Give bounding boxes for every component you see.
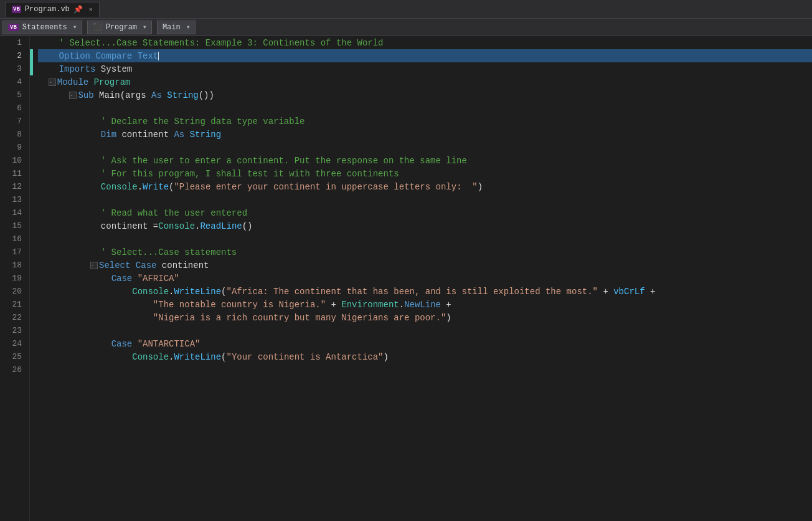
line-num-4: 4 — [5, 75, 22, 88]
nav-bar: VB Statements ▼ ⬛ Program ▼ Main ▼ — [0, 19, 812, 36]
line-num-18: 18 — [5, 259, 22, 272]
line1-text: ' Select...Case Statements: Example 3: C… — [38, 38, 384, 48]
compare-keyword: Compare — [95, 51, 132, 61]
rl-indent — [38, 221, 101, 231]
code-line-3: Imports System — [38, 62, 812, 75]
code-line-26 — [38, 363, 812, 376]
code-line-5: - Sub Main( args As String ()) — [38, 88, 812, 102]
case2-indent — [38, 339, 111, 349]
line10-comment: ' Ask the user to enter a continent. Put… — [38, 156, 467, 166]
wl2-concat2: + — [441, 300, 451, 310]
code-editor[interactable]: → ' Select...Case Statements: Example 3:… — [33, 36, 812, 521]
africa-string: "AFRICA" — [132, 274, 179, 284]
code-line-6 — [38, 102, 812, 115]
line-num-26: 26 — [5, 363, 22, 376]
wl4-paren1: ( — [221, 352, 226, 362]
case1-keyword: Case — [111, 274, 133, 284]
dim-keyword: Dim — [101, 130, 116, 140]
module-keyword — [38, 77, 49, 87]
line-num-9: 9 — [5, 141, 22, 154]
nigeria-string1: "The notable country is Nigeria." — [153, 300, 326, 310]
code-line-23 — [38, 324, 812, 337]
line-num-20: 20 — [5, 285, 22, 298]
wl1-concat2: + — [645, 287, 656, 297]
line-num-11: 11 — [5, 167, 22, 180]
line-num-5: 5 — [5, 88, 22, 102]
dot3: . — [169, 287, 174, 297]
line-num-6: 6 — [5, 102, 22, 115]
sub-collapse-btn[interactable]: - — [69, 92, 77, 99]
environment-class: Environment — [341, 300, 399, 310]
line-num-19: 19 — [5, 272, 22, 285]
code-line-11: ' For this program, I shall test it with… — [38, 167, 812, 180]
line-num-24: 24 — [5, 337, 22, 350]
console-class: Console — [101, 182, 138, 192]
console-class4: Console — [132, 352, 169, 362]
continent-var: continent — [116, 130, 174, 140]
pin-icon[interactable]: 📌 — [73, 5, 83, 14]
code-line-20: Console . WriteLine ( "Africa: The conti… — [38, 285, 812, 298]
dot2: . — [195, 221, 200, 231]
line-num-1: 1 — [5, 36, 22, 49]
select-collapse-btn[interactable]: - — [90, 262, 98, 269]
wl1-indent — [38, 287, 132, 297]
close-icon[interactable]: ✕ — [89, 6, 93, 13]
line-num-14: 14 — [5, 206, 22, 219]
program-nav-icon: ⬛ — [93, 22, 102, 32]
tab-label: Program.vb — [25, 5, 70, 14]
compare-text — [90, 51, 95, 61]
code-line-15: continent = Console . ReadLine () — [38, 219, 812, 232]
statements-arrow-icon: ▼ — [73, 24, 77, 30]
line-numbers: 1 2 3 4 5 6 7 8 9 10 11 12 13 14 15 16 1… — [0, 36, 30, 521]
wl2-concat1: + — [326, 300, 341, 310]
module-collapse-btn[interactable]: - — [49, 79, 56, 86]
program-label: Program — [106, 23, 137, 32]
option-keyword: Option — [38, 51, 90, 61]
line-num-7: 7 — [5, 115, 22, 128]
code-line-24: Case "ANTARCTICA" — [38, 337, 812, 350]
code-line-7: ' Declare the String data type variable — [38, 115, 812, 128]
line-num-15: 15 — [5, 219, 22, 232]
line14-comment: ' Read what the user entered — [38, 208, 247, 218]
title-bar: VB Program.vb 📌 ✕ — [0, 0, 812, 19]
wl1-concat: + — [598, 287, 613, 297]
writeline-method1: WriteLine — [174, 287, 221, 297]
code-line-21: "The notable country is Nigeria." + Envi… — [38, 298, 812, 311]
program-dropdown[interactable]: ⬛ Program ▼ — [87, 21, 152, 34]
code-line-10: ' Ask the user to enter a continent. Put… — [38, 154, 812, 167]
code-line-13 — [38, 193, 812, 206]
wl1-paren1: ( — [221, 287, 226, 297]
module-kw: Module — [57, 77, 88, 87]
line-num-22: 22 — [5, 311, 22, 324]
vb-statements-icon: VB — [8, 24, 19, 31]
main-dropdown[interactable]: Main ▼ — [157, 21, 196, 34]
code-line-19: Case "AFRICA" — [38, 272, 812, 285]
select-keyword: Select — [99, 260, 130, 270]
sub-end-paren: ()) — [199, 90, 214, 100]
cw-indent — [38, 182, 101, 192]
africa-string1: "Africa: The continent that has been, an… — [226, 287, 598, 297]
code-line-18: - Select Case continent — [38, 259, 812, 272]
wl3-paren: ) — [446, 313, 451, 323]
line-num-3: 3 — [5, 62, 22, 75]
wl4-paren2: ) — [384, 352, 389, 362]
code-line-12: Console . Write ( "Please enter your con… — [38, 180, 812, 193]
line-num-13: 13 — [5, 193, 22, 206]
string-type: String — [167, 90, 198, 100]
wl3-indent — [38, 313, 153, 323]
statements-dropdown[interactable]: VB Statements ▼ — [2, 21, 82, 34]
antarctica-str: "Your continent is Antarctica" — [226, 352, 383, 362]
statements-label: Statements — [22, 23, 67, 32]
sc-indent — [38, 260, 90, 270]
program-tab[interactable]: VB Program.vb 📌 ✕ — [5, 2, 100, 17]
continent-assign: continent = — [101, 221, 158, 231]
line-num-23: 23 — [5, 324, 22, 337]
code-line-2[interactable]: Option Compare Text — [38, 49, 812, 62]
sub-keyword: Sub — [78, 90, 93, 100]
line11-comment: ' For this program, I shall test it with… — [38, 169, 399, 179]
wl2-indent — [38, 300, 153, 310]
dot4: . — [399, 300, 404, 310]
case1-indent — [38, 274, 111, 284]
dot5: . — [169, 352, 174, 362]
code-line-16 — [38, 232, 812, 246]
